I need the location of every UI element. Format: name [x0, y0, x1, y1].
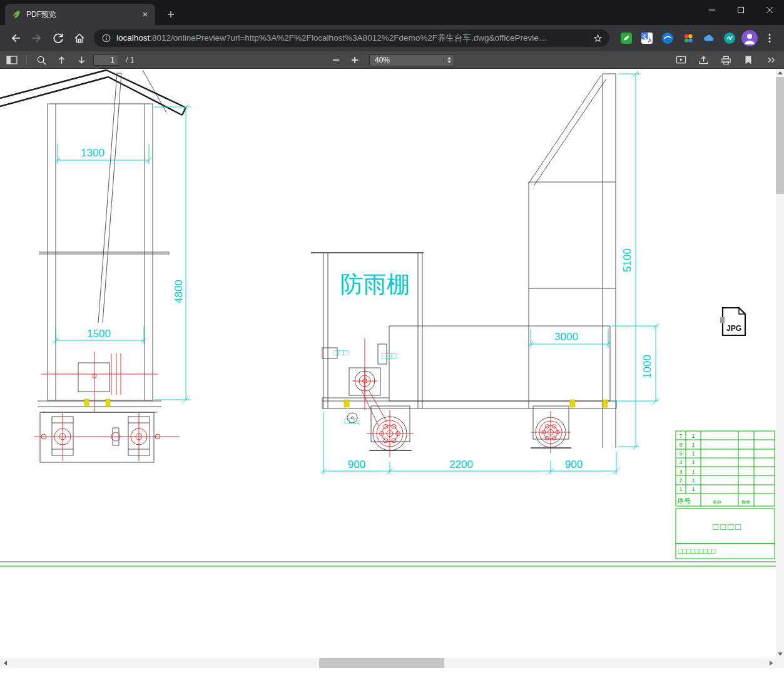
- dim-label-2200: 2200: [449, 459, 473, 470]
- page-count-label: / 1: [126, 56, 134, 64]
- back-button[interactable]: [5, 28, 26, 49]
- row-seq: 1: [679, 486, 682, 492]
- dim-label-900-left: 900: [348, 459, 365, 470]
- extension-icon-cloud[interactable]: [702, 31, 716, 45]
- zoom-value: 40%: [375, 56, 390, 64]
- window-maximize-button[interactable]: [726, 0, 755, 19]
- dim-label-5100: 5100: [621, 248, 633, 272]
- dim-label-1300: 1300: [81, 147, 104, 159]
- row-seq: 5: [679, 450, 682, 457]
- profile-avatar[interactable]: [741, 30, 758, 46]
- extension-icon-1[interactable]: [619, 31, 633, 45]
- bookmark-star-icon[interactable]: [593, 33, 603, 44]
- scroll-left-arrow[interactable]: [0, 658, 10, 668]
- toolbar-divider: [26, 55, 27, 65]
- sidebar-toggle-icon[interactable]: [4, 53, 20, 68]
- browser-tab[interactable]: PDF预览: [5, 4, 155, 25]
- header-name: 名称: [713, 500, 721, 505]
- browser-menu-icon[interactable]: [760, 29, 779, 48]
- tab-title: PDF预览: [26, 9, 135, 20]
- extension-icon-3[interactable]: [681, 31, 695, 45]
- browser-toolbar: localhost:8012/onlinePreview?url=http%3A…: [0, 25, 784, 51]
- url-host: localhost: [116, 33, 150, 43]
- page-info-icon[interactable]: [101, 33, 111, 43]
- shelter-label: 防雨棚: [340, 272, 410, 297]
- tag-row-1: □□□: [333, 348, 349, 357]
- vertical-scrollbar[interactable]: [776, 69, 784, 658]
- forward-button[interactable]: [26, 28, 48, 49]
- row-qty: 1: [691, 477, 695, 484]
- pdf-toolbar-left: / 1: [4, 51, 134, 69]
- dim-label-900-right: 900: [565, 459, 583, 470]
- row-qty: 1: [691, 442, 695, 448]
- search-icon[interactable]: [33, 53, 49, 68]
- header-qty: 数量: [741, 500, 750, 504]
- extensions-area: [619, 31, 736, 45]
- zoom-out-icon[interactable]: [328, 53, 344, 68]
- row-seq: 4: [679, 459, 682, 465]
- tag-row-2: □□□: [382, 351, 397, 360]
- titlebar: PDF预览: [0, 0, 784, 25]
- address-bar[interactable]: localhost:8012/onlinePreview?url=http%3A…: [94, 29, 609, 47]
- url-text: localhost:8012/onlinePreview?url=http%3A…: [116, 33, 588, 44]
- extension-icon-2[interactable]: [661, 31, 675, 45]
- bookmark-icon[interactable]: [740, 53, 756, 68]
- vertical-scrollbar-thumb[interactable]: [776, 77, 784, 194]
- next-page-icon[interactable]: [73, 53, 89, 68]
- footer-block-text: □□□□□□□□□: [678, 547, 716, 555]
- row-qty: 1: [691, 459, 695, 465]
- dim-label-3000: 3000: [554, 331, 578, 343]
- dim-label-4800: 4800: [173, 280, 185, 303]
- title-block-text: □□□□: [713, 521, 743, 532]
- parts-table: 7 1 6 1 5 1 4 1 3 1 2 1 1 1 序号 名称 数量 □□□…: [676, 431, 775, 559]
- header-seq: 序号: [677, 497, 691, 505]
- window-close-button[interactable]: [755, 0, 784, 19]
- previous-page-icon[interactable]: [53, 53, 69, 68]
- open-file-icon[interactable]: [695, 53, 711, 68]
- extension-icon-4[interactable]: [723, 31, 736, 45]
- jpg-label: JPG: [726, 324, 741, 333]
- more-tools-chevrons-icon[interactable]: [763, 53, 779, 68]
- row-seq: 6: [679, 442, 682, 448]
- home-button[interactable]: [69, 28, 90, 49]
- zoom-select[interactable]: 40%: [369, 54, 454, 66]
- page-number-input[interactable]: [93, 54, 118, 66]
- cad-drawing-canvas: 1300 4800 1500: [0, 69, 776, 658]
- scroll-up-arrow[interactable]: [776, 69, 784, 77]
- dim-label-1500: 1500: [87, 328, 111, 340]
- row-seq: 2: [679, 477, 682, 484]
- horizontal-scrollbar-thumb[interactable]: [319, 658, 444, 668]
- row-qty: 1: [691, 433, 695, 439]
- pdf-toolbar: / 1 40%: [0, 51, 784, 69]
- row-seq: 7: [679, 433, 682, 439]
- side-view: 防雨棚 □□□ □□□ □□□ 3000 1000 5100 900 2200 …: [311, 71, 658, 474]
- row-qty: 1: [691, 450, 695, 457]
- window-minimize-button[interactable]: [698, 0, 726, 19]
- reload-button[interactable]: [48, 28, 69, 49]
- window-controls: [698, 0, 784, 19]
- row-seq: 3: [679, 469, 682, 475]
- pdf-toolbar-center: 40%: [328, 51, 454, 69]
- front-view: 1300 4800 1500: [0, 70, 191, 462]
- new-tab-button[interactable]: [163, 6, 179, 23]
- presentation-mode-icon[interactable]: [673, 53, 689, 68]
- row-qty: 1: [691, 469, 695, 475]
- jpg-file-icon: JPG: [720, 308, 745, 335]
- dim-label-1000: 1000: [641, 355, 653, 378]
- pdf-page: 1300 4800 1500: [0, 69, 776, 658]
- extension-icon-translate[interactable]: [640, 31, 654, 45]
- scroll-down-arrow[interactable]: [776, 650, 784, 658]
- print-icon[interactable]: [718, 53, 734, 68]
- scroll-right-arrow[interactable]: [766, 658, 776, 668]
- pdf-toolbar-right: [673, 51, 779, 69]
- tag-row-3: □□□: [344, 416, 359, 425]
- zoom-select-spinner-icon: [443, 57, 451, 63]
- horizontal-scrollbar[interactable]: [0, 658, 784, 668]
- tab-close-icon[interactable]: [140, 9, 150, 19]
- zoom-in-icon[interactable]: [347, 53, 363, 68]
- row-qty: 1: [691, 486, 695, 492]
- url-path: :8012/onlinePreview?url=http%3A%2F%2Floc…: [150, 33, 547, 43]
- tab-favicon-leaf-icon: [11, 9, 21, 19]
- browser-window: PDF预览: [0, 0, 784, 675]
